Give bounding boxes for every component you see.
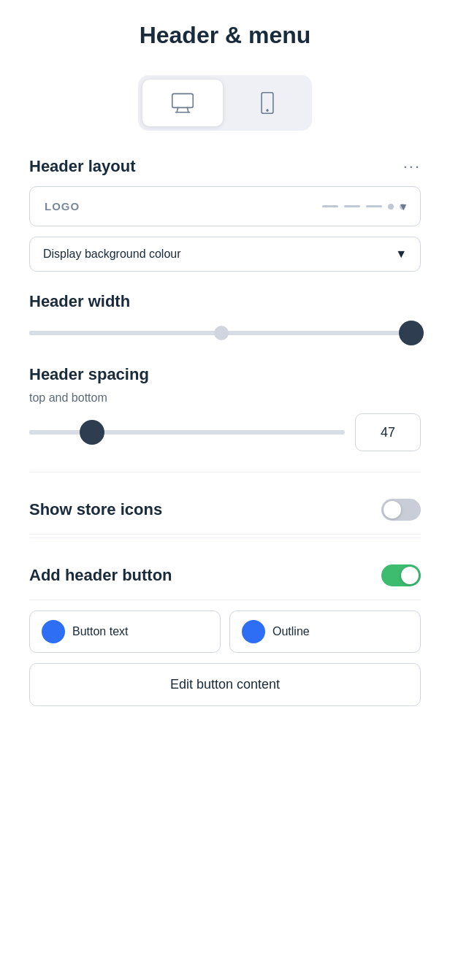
header-spacing-title: Header spacing (29, 365, 421, 384)
header-width-thumb-left[interactable] (214, 326, 229, 340)
header-layout-section-header: Header layout ··· (29, 157, 421, 176)
button-outline-dot (242, 620, 265, 643)
button-outline-label: Outline (272, 625, 310, 638)
desktop-button[interactable] (142, 80, 223, 126)
header-spacing-slider[interactable] (29, 421, 345, 444)
show-store-icons-toggle[interactable] (381, 499, 421, 521)
header-spacing-track (29, 430, 345, 435)
toggle-knob-header-button (401, 567, 419, 584)
button-text-option[interactable]: Button text (29, 610, 221, 653)
header-width-section: Header width (29, 292, 421, 345)
logo-placeholder: LOGO (45, 200, 80, 213)
spacing-value-input[interactable]: 47 (355, 413, 421, 451)
desktop-icon (169, 89, 197, 117)
header-width-thumb-right[interactable] (399, 321, 424, 345)
device-toggle (29, 75, 421, 131)
header-spacing-thumb[interactable] (80, 420, 104, 445)
header-width-fill (29, 331, 381, 335)
header-layout-title: Header layout (29, 157, 136, 176)
button-text-label: Button text (72, 625, 129, 638)
nav-preview (322, 204, 405, 210)
mobile-button[interactable] (227, 80, 308, 126)
add-header-button-label: Add header button (29, 566, 172, 585)
divider-1 (29, 472, 421, 472)
show-store-icons-label: Show store icons (29, 500, 162, 519)
toggle-knob-store-icons (384, 501, 401, 518)
header-width-slider[interactable] (29, 321, 421, 345)
add-header-button-toggle[interactable] (381, 564, 421, 586)
nav-dash-3 (366, 205, 382, 207)
svg-rect-0 (172, 93, 194, 107)
nav-dash-1 (322, 205, 338, 207)
spacing-slider-label: top and bottom (29, 391, 421, 405)
svg-point-6 (266, 110, 268, 112)
button-outline-option[interactable]: Outline (229, 610, 421, 653)
layout-dropdown-arrow: ▼ (398, 201, 408, 213)
header-spacing-section: Header spacing top and bottom 47 (29, 365, 421, 451)
nav-dash-2 (344, 205, 360, 207)
show-store-icons-row: Show store icons (29, 486, 421, 535)
button-style-options: Button text Outline (29, 610, 421, 653)
add-header-button-row: Add header button (29, 551, 421, 600)
header-width-track (29, 331, 421, 335)
dropdown-label: Display background colour (43, 248, 181, 261)
layout-preview[interactable]: LOGO ▼ (29, 186, 421, 226)
svg-line-1 (177, 107, 178, 112)
divider-2 (29, 537, 421, 538)
more-options-button[interactable]: ··· (403, 158, 421, 175)
mobile-icon (253, 89, 281, 117)
edit-button-content-button[interactable]: Edit button content (29, 663, 421, 706)
svg-line-2 (187, 107, 188, 112)
dropdown-arrow-icon: ▼ (395, 248, 407, 261)
header-width-title: Header width (29, 292, 421, 311)
nav-dot-1 (388, 204, 394, 210)
background-colour-dropdown[interactable]: Display background colour ▼ (29, 237, 421, 272)
button-text-dot (42, 620, 65, 643)
page-title: Header & menu (29, 22, 421, 49)
